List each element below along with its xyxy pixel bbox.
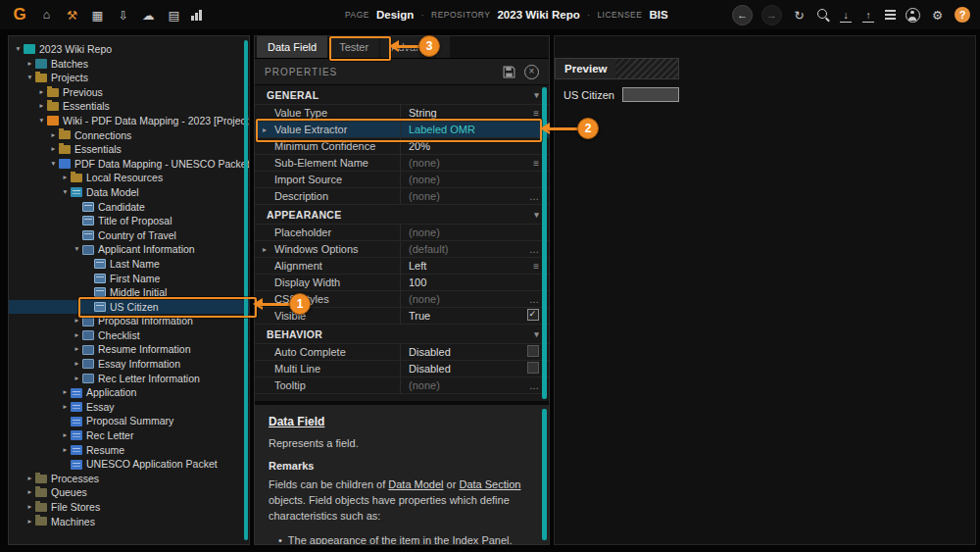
collapse-icon[interactable]: ▾	[48, 157, 59, 172]
properties-scrollbar[interactable]	[542, 87, 547, 399]
tree-scrollbar[interactable]	[244, 40, 248, 540]
expand-icon[interactable]: ▸	[72, 342, 82, 357]
tree-item-resume-information[interactable]: ▸Resume Information	[9, 342, 249, 357]
expand-icon[interactable]: ▸	[72, 328, 82, 343]
chevron-down-icon[interactable]: ▾	[534, 210, 539, 220]
tree-item-projects[interactable]: ▾Projects	[9, 71, 249, 85]
menu-icon[interactable]: ≡	[523, 108, 539, 119]
ellipsis-button[interactable]: …	[523, 244, 539, 255]
tree-item-proposal-information[interactable]: ▸Proposal Information	[9, 314, 249, 328]
collapse-icon[interactable]: ▾	[36, 114, 47, 128]
expand-icon[interactable]: ▸	[24, 485, 35, 500]
tree-item-essentials[interactable]: ▸Essentials	[9, 142, 249, 157]
tree-item-checklist[interactable]: ▸Checklist	[9, 328, 249, 343]
data-model-link[interactable]: Data Model	[388, 478, 443, 490]
property-row-value-type[interactable]: Value TypeString≡	[255, 105, 549, 122]
collapse-icon[interactable]: ▾	[72, 242, 82, 257]
checkbox-checked[interactable]	[523, 309, 539, 323]
tree-item-unesco-application-packet[interactable]: UNESCO Application Packet	[9, 457, 249, 472]
tree-item-title-of-proposal[interactable]: Title of Proposal	[9, 214, 249, 228]
help-scrollbar[interactable]	[542, 409, 547, 540]
property-value[interactable]: 100	[400, 275, 523, 290]
property-row-tooltip[interactable]: Tooltip(none)…	[255, 377, 549, 394]
expand-icon[interactable]: ▸	[263, 245, 274, 254]
collapse-icon[interactable]: ▾	[13, 42, 24, 57]
property-value[interactable]: 20%	[400, 138, 523, 154]
menu-icon[interactable]: ≡	[523, 261, 539, 272]
property-row-import-source[interactable]: Import Source(none)	[255, 172, 549, 188]
design-tools-icon[interactable]: ⚒	[64, 8, 80, 23]
expand-icon[interactable]: ▸	[60, 400, 71, 415]
expand-icon[interactable]: ▸	[48, 142, 59, 157]
tree-item-previous[interactable]: ▸Previous	[9, 85, 249, 100]
collapse-icon[interactable]: ▾	[60, 185, 71, 200]
scanner-icon[interactable]: ▤	[166, 8, 182, 23]
us-citizen-input[interactable]	[622, 87, 679, 102]
property-value[interactable]: Labeled OMR	[400, 122, 523, 137]
expand-icon[interactable]: ▸	[36, 99, 47, 114]
tree-item-queues[interactable]: ▸Queues	[9, 485, 249, 500]
ellipsis-button[interactable]: …	[523, 191, 539, 202]
ellipsis-button[interactable]: …	[523, 294, 539, 305]
expand-icon[interactable]: ▸	[36, 85, 47, 100]
tree-item-resume[interactable]: ▸Resume	[9, 443, 249, 458]
tree-item-wiki-pdf-data-mapping-2023-project[interactable]: ▾Wiki - PDF Data Mapping - 2023 [Project…	[9, 114, 249, 128]
expand-icon[interactable]: ▸	[60, 428, 71, 443]
tree-item-machines[interactable]: ▸Machines	[9, 515, 249, 529]
property-value[interactable]: Left	[400, 258, 523, 274]
data-section-link[interactable]: Data Section	[459, 478, 520, 490]
tree-item-connections[interactable]: ▸Connections	[9, 128, 249, 143]
section-behavior[interactable]: BEHAVIOR▾	[255, 325, 549, 344]
cloud-icon[interactable]: ☁	[140, 8, 157, 23]
expand-icon[interactable]: ▸	[48, 128, 59, 143]
property-value[interactable]: (none)	[400, 291, 523, 307]
close-icon[interactable]: ×	[524, 65, 539, 79]
tab-data-field[interactable]: Data Field	[257, 36, 327, 58]
property-value[interactable]: (none)	[400, 172, 523, 187]
stats-icon[interactable]	[191, 10, 204, 21]
tree-item-file-stores[interactable]: ▸File Stores	[9, 500, 249, 515]
tree-item-pdf-data-mapping-unesco-packet[interactable]: ▾PDF Data Mapping - UNESCO Packet	[9, 157, 249, 172]
tree-item-middle-initial[interactable]: Middle Initial	[9, 285, 249, 300]
tree-item-rec-letter[interactable]: ▸Rec Letter	[9, 428, 249, 443]
collapse-icon[interactable]: ▾	[24, 71, 35, 85]
expand-icon[interactable]: ▸	[24, 472, 35, 486]
forward-button[interactable]: →	[761, 5, 782, 25]
property-value[interactable]: (none)	[400, 188, 523, 204]
back-button[interactable]: ←	[732, 5, 753, 25]
tree-item-proposal-summary[interactable]: Proposal Summary	[9, 414, 249, 428]
tree-item-applicant-information[interactable]: ▾Applicant Information	[9, 242, 249, 257]
ellipsis-button[interactable]: …	[523, 380, 539, 391]
tree-item-local-resources[interactable]: ▸Local Resources	[9, 171, 249, 185]
grooper-logo-icon[interactable]: G	[10, 5, 29, 25]
checkbox-unchecked[interactable]	[523, 345, 539, 359]
tree-item-batches[interactable]: ▸Batches	[9, 57, 249, 72]
help-icon[interactable]: ?	[955, 7, 970, 23]
repository-selector[interactable]: 2023 Wiki Repo	[497, 9, 579, 21]
expand-icon[interactable]: ▸	[72, 372, 82, 386]
property-row-auto-complete[interactable]: Auto CompleteDisabled	[255, 344, 549, 361]
expand-icon[interactable]: ▸	[263, 125, 274, 134]
import-icon[interactable]: ⇩	[115, 8, 131, 23]
property-row-sub-element-name[interactable]: Sub-Element Name(none)≡	[255, 155, 549, 172]
property-row-display-width[interactable]: Display Width100	[255, 275, 549, 291]
expand-icon[interactable]: ▸	[72, 314, 82, 328]
tree-item-essentials[interactable]: ▸Essentials	[9, 99, 249, 114]
section-general[interactable]: GENERAL▾	[255, 85, 549, 105]
tree-item-essay[interactable]: ▸Essay	[9, 400, 249, 415]
tree-item-processes[interactable]: ▸Processes	[9, 472, 249, 486]
property-row-description[interactable]: Description(none)…	[255, 188, 549, 205]
property-value[interactable]: (none)	[400, 155, 523, 171]
home-icon[interactable]: ⌂	[38, 8, 55, 22]
expand-icon[interactable]: ▸	[60, 171, 71, 185]
tree-item-application[interactable]: ▸Application	[9, 385, 249, 400]
property-row-placeholder[interactable]: Placeholder(none)	[255, 225, 549, 241]
property-row-multi-line[interactable]: Multi LineDisabled	[255, 361, 549, 377]
tab-advanced[interactable]: Advanced	[380, 36, 450, 58]
settings-gear-icon[interactable]: ⚙	[929, 8, 946, 23]
tree-item-data-model[interactable]: ▾Data Model	[9, 185, 249, 200]
property-value[interactable]: Disabled	[400, 361, 523, 376]
property-row-windows-options[interactable]: ▸Windows Options(default)…	[255, 241, 549, 258]
property-value[interactable]: (none)	[400, 377, 523, 393]
section-appearance[interactable]: APPEARANCE▾	[255, 205, 549, 225]
